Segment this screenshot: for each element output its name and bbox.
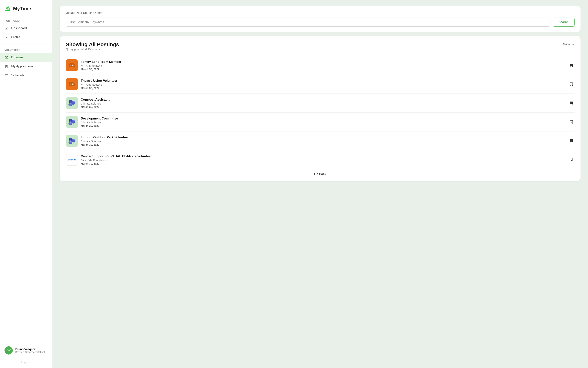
- posting-info: Indoor / Outdoor Park Volunteer Climate …: [81, 136, 565, 146]
- user-name: Bruno Vasquez: [15, 347, 45, 351]
- sidebar-item-my-applications-label: My Applications: [11, 64, 33, 68]
- posting-title: Theatre Usher Volunteer: [81, 79, 565, 83]
- bookmark-button[interactable]: [568, 100, 575, 106]
- sickkids-logo-text: SickKids: [68, 159, 76, 161]
- posting-item[interactable]: 🫐 Compost Assistant Climate Science Marc…: [66, 94, 575, 113]
- search-button[interactable]: Search: [553, 18, 575, 27]
- posting-date: March 30, 2022: [81, 162, 565, 165]
- postings-query: Query generated 15 results: [66, 47, 119, 51]
- posting-title: Family Zone Team Member: [81, 60, 565, 64]
- avatar: BV: [4, 346, 13, 355]
- posting-company: Sick Kids Foundation: [81, 159, 565, 162]
- sidebar-item-profile-label: Profile: [11, 35, 20, 39]
- posting-company: Climate Science: [81, 102, 565, 105]
- sidebar-item-schedule-label: Schedule: [11, 74, 25, 77]
- mytime-logo-icon: [4, 5, 11, 12]
- mti-logo-text: mti: [69, 63, 75, 67]
- bookmark-button[interactable]: [568, 62, 575, 68]
- search-row: Search: [66, 18, 575, 27]
- clipboard-icon: [4, 64, 9, 68]
- posting-title: Indoor / Outdoor Park Volunteer: [81, 136, 565, 139]
- svg-rect-3: [6, 28, 7, 30]
- person-icon: [4, 35, 9, 39]
- posting-title: Development Committee: [81, 117, 565, 120]
- logout-button[interactable]: Logout: [0, 358, 52, 368]
- climate-mascot: 🫐: [68, 118, 75, 126]
- posting-info: Family Zone Team Member MTI Countdowns M…: [81, 60, 565, 71]
- sidebar: MyTime Portfolio Dashboard Profile Volun…: [0, 0, 52, 368]
- posting-company: Climate Science: [81, 121, 565, 124]
- posting-logo: mti: [66, 78, 78, 90]
- calendar-icon: [4, 73, 9, 77]
- sidebar-item-schedule[interactable]: Schedule: [0, 71, 52, 80]
- posting-company: MTI Countdowns: [81, 83, 565, 86]
- app-name: MyTime: [13, 6, 31, 12]
- posting-logo: SickKids: [66, 154, 78, 166]
- volunteer-section-label: Volunteer: [0, 46, 52, 53]
- posting-info: Cancer Support - VIRTUAL Childcare Volun…: [81, 155, 565, 165]
- sidebar-divider: [0, 44, 52, 44]
- posting-title: Cancer Support - VIRTUAL Childcare Volun…: [81, 155, 565, 158]
- bookmark-button[interactable]: [568, 156, 575, 163]
- posting-item[interactable]: SickKids Cancer Support - VIRTUAL Childc…: [66, 150, 575, 169]
- climate-mascot: 🫐: [68, 137, 75, 144]
- posting-info: Compost Assistant Climate Science March …: [81, 98, 565, 109]
- bookmark-button[interactable]: [568, 138, 575, 144]
- posting-date: March 30, 2022: [81, 124, 565, 127]
- posting-date: March 30, 2022: [81, 87, 565, 90]
- posting-item[interactable]: mti Family Zone Team Member MTI Countdow…: [66, 56, 575, 75]
- sidebar-item-browse[interactable]: Browse: [0, 53, 52, 62]
- svg-rect-8: [5, 74, 8, 77]
- posting-date: March 30, 2022: [81, 68, 565, 71]
- sidebar-item-dashboard[interactable]: Dashboard: [0, 24, 52, 33]
- posting-logo: mti: [66, 59, 78, 71]
- app-logo: MyTime: [0, 0, 52, 17]
- posting-date: March 30, 2022: [81, 143, 565, 146]
- posting-logo: 🫐: [66, 116, 78, 128]
- sidebar-item-browse-label: Browse: [11, 55, 23, 59]
- filter-label: None: [563, 43, 570, 46]
- postings-card: Showing All Postings Query generated 15 …: [60, 36, 580, 181]
- search-card-title: Update Your Search Query: [66, 11, 575, 15]
- search-card: Update Your Search Query Search: [60, 6, 580, 32]
- posting-logo: 🫐: [66, 135, 78, 147]
- bookmark-button[interactable]: [568, 81, 575, 87]
- go-back-row: Go Back: [66, 169, 575, 176]
- go-back-link[interactable]: Go Back: [314, 172, 326, 175]
- main-content: Update Your Search Query Search Showing …: [52, 0, 588, 368]
- user-school: Bayview Secondary School: [15, 351, 45, 353]
- chevron-down-icon: [571, 43, 575, 46]
- user-info: Bruno Vasquez Bayview Secondary School: [15, 347, 45, 353]
- posting-item[interactable]: 🫐 Development Committee Climate Science …: [66, 113, 575, 131]
- climate-mascot: 🫐: [68, 100, 75, 107]
- posting-item[interactable]: mti Theatre Usher Volunteer MTI Countdow…: [66, 75, 575, 94]
- postings-filter[interactable]: None: [563, 42, 575, 46]
- user-profile-section: BV Bruno Vasquez Bayview Secondary Schoo…: [0, 343, 52, 358]
- posting-info: Theatre Usher Volunteer MTI Countdowns M…: [81, 79, 565, 90]
- posting-company: Climate Science: [81, 140, 565, 143]
- posting-date: March 30, 2022: [81, 105, 565, 109]
- svg-point-4: [6, 36, 7, 37]
- postings-header: Showing All Postings Query generated 15 …: [66, 42, 575, 55]
- posting-title: Compost Assistant: [81, 98, 565, 101]
- bookmark-button[interactable]: [568, 119, 575, 125]
- posting-info: Development Committee Climate Science Ma…: [81, 117, 565, 127]
- posting-item[interactable]: 🫐 Indoor / Outdoor Park Volunteer Climat…: [66, 131, 575, 150]
- mti-logo-text: mti: [69, 82, 75, 86]
- postings-title: Showing All Postings: [66, 42, 119, 47]
- browse-icon: [4, 55, 9, 59]
- posting-logo: 🫐: [66, 97, 78, 109]
- sidebar-item-dashboard-label: Dashboard: [11, 26, 27, 30]
- posting-company: MTI Countdowns: [81, 64, 565, 67]
- portfolio-section-label: Portfolio: [0, 17, 52, 24]
- search-input[interactable]: [66, 18, 551, 27]
- home-icon: [4, 26, 9, 30]
- sidebar-item-profile[interactable]: Profile: [0, 33, 52, 42]
- postings-list: mti Family Zone Team Member MTI Countdow…: [66, 56, 575, 169]
- sidebar-item-my-applications[interactable]: My Applications: [0, 62, 52, 71]
